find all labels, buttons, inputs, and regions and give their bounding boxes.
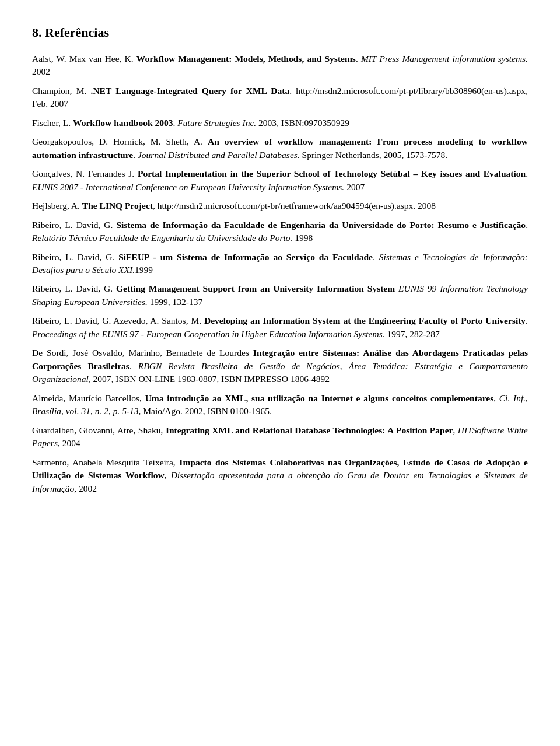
list-item: De Sordi, José Osvaldo, Marinho, Bernade… <box>32 346 528 386</box>
list-item: Guardalben, Giovanni, Atre, Shaku, Integ… <box>32 424 528 450</box>
list-item: Fischer, L. Workflow handbook 2003. Futu… <box>32 117 528 129</box>
list-item: Aalst, W. Max van Hee, K. Workflow Manag… <box>32 52 528 79</box>
list-item: Champion, M. .NET Language-Integrated Qu… <box>32 85 528 111</box>
list-item: Georgakopoulos, D. Hornick, M. Sheth, A.… <box>32 135 528 162</box>
list-item: Ribeiro, L. David, G. Sistema de Informa… <box>32 219 528 245</box>
list-item: Ribeiro, L. David, G. Getting Management… <box>32 282 528 309</box>
list-item: Hejlsberg, A. The LINQ Project, http://m… <box>32 199 528 212</box>
references-list: Aalst, W. Max van Hee, K. Workflow Manag… <box>32 52 528 495</box>
section-title: 8. Referências <box>32 23 528 42</box>
list-item: Gonçalves, N. Fernandes J. Portal Implem… <box>32 167 528 194</box>
list-item: Ribeiro, L. David, G. Azevedo, A. Santos… <box>32 314 528 341</box>
list-item: Ribeiro, L. David, G. SiFEUP - um Sistem… <box>32 251 528 277</box>
list-item: Sarmento, Anabela Mesquita Teixeira, Imp… <box>32 456 528 495</box>
list-item: Almeida, Maurício Barcellos, Uma introdu… <box>32 392 528 418</box>
